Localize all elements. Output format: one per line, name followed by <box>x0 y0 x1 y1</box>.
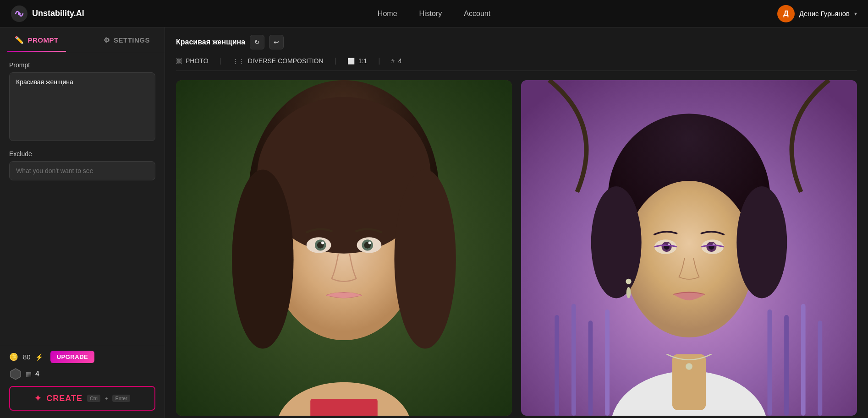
svg-point-13 <box>321 241 324 244</box>
undo-icon: ↩ <box>274 38 279 46</box>
credits-group: 🪙 80 ⚡ <box>9 353 43 361</box>
refresh-icon: ↻ <box>254 38 260 46</box>
chevron-down-icon[interactable]: ▾ <box>854 11 857 17</box>
svg-point-42 <box>626 279 631 284</box>
results-title: Красивая женщина <box>176 38 245 46</box>
svg-point-31 <box>625 181 753 337</box>
generated-image-2[interactable] <box>521 80 857 416</box>
sidebar: ✏️ PROMPT ⚙ SETTINGS Prompt Красивая жен… <box>0 27 165 418</box>
tab-prompt-label: PROMPT <box>28 36 59 44</box>
hash-icon: # <box>391 58 394 65</box>
svg-point-9 <box>394 169 456 348</box>
lightning-icon: ⚡ <box>35 353 43 361</box>
undo-button[interactable]: ↩ <box>269 35 284 49</box>
grid-icon: ▦ <box>26 370 32 378</box>
prompt-textarea[interactable]: Красивая женщина <box>9 72 155 141</box>
divider-1: | <box>220 57 221 65</box>
tab-settings-label: SETTINGS <box>114 36 150 44</box>
main-layout: ✏️ PROMPT ⚙ SETTINGS Prompt Красивая жен… <box>0 27 868 418</box>
main-content: Красивая женщина ↻ ↩ 🖼 PHOTO | ⋮⋮ DIVERS… <box>165 27 868 418</box>
shortcut-enter: Enter <box>112 395 130 402</box>
image-card[interactable] <box>176 80 512 416</box>
credits-amount: 80 <box>23 353 31 361</box>
logo-text: Unstability.AI <box>32 9 84 18</box>
filter-ratio-label: 1:1 <box>358 57 367 65</box>
image-card[interactable] <box>521 80 857 416</box>
count-value: 4 <box>35 370 39 378</box>
shortcut-ctrl: Ctrl <box>87 395 100 402</box>
sidebar-form: Prompt Красивая женщина Exclude <box>0 52 165 345</box>
svg-point-17 <box>368 241 371 244</box>
divider-3: | <box>378 57 380 65</box>
prompt-label: Prompt <box>9 61 155 69</box>
count-group: ▦ 4 <box>9 368 155 380</box>
svg-point-43 <box>626 287 631 298</box>
filter-count-label: 4 <box>398 57 402 65</box>
svg-rect-22 <box>588 320 593 416</box>
images-grid <box>176 80 857 416</box>
sidebar-tabs: ✏️ PROMPT ⚙ SETTINGS <box>0 27 165 52</box>
nav-account[interactable]: Account <box>464 10 490 18</box>
create-label: CREATE <box>46 394 82 403</box>
tab-prompt[interactable]: ✏️ PROMPT <box>7 27 66 52</box>
gear-icon: ⚙ <box>104 36 110 44</box>
svg-marker-2 <box>11 369 21 380</box>
svg-rect-18 <box>310 399 378 416</box>
svg-rect-24 <box>768 309 772 416</box>
svg-rect-27 <box>818 320 822 416</box>
svg-rect-21 <box>571 304 576 416</box>
exclude-label: Exclude <box>9 150 155 157</box>
tab-settings[interactable]: ⚙ SETTINGS <box>96 28 157 52</box>
header: Unstability.AI Home History Account Д Де… <box>0 0 868 27</box>
divider-2: | <box>335 57 336 65</box>
prompt-field: Prompt Красивая женщина <box>9 61 155 143</box>
svg-rect-29 <box>672 354 706 410</box>
svg-rect-20 <box>555 315 559 416</box>
user-name: Денис Гурьянов <box>799 10 850 17</box>
exclude-field: Exclude <box>9 150 155 180</box>
generated-image-1[interactable] <box>176 80 512 416</box>
sidebar-bottom: 🪙 80 ⚡ UPGRADE ▦ 4 <box>0 345 165 386</box>
svg-point-44 <box>686 363 692 370</box>
exclude-input[interactable] <box>9 161 155 180</box>
filter-mode-label: PHOTO <box>186 57 209 65</box>
shortcut-plus: + <box>105 396 108 401</box>
create-button[interactable]: ✦ CREATE Ctrl + Enter <box>9 386 155 411</box>
hexagon-icon <box>9 368 22 380</box>
upgrade-button[interactable]: UPGRADE <box>50 351 95 363</box>
photo-icon: 🖼 <box>176 58 182 65</box>
nav-history[interactable]: History <box>419 10 442 18</box>
svg-point-8 <box>232 169 293 348</box>
filter-composition-label: DIVERSE COMPOSITION <box>248 57 324 65</box>
svg-point-33 <box>736 186 787 298</box>
nav-home[interactable]: Home <box>378 10 397 18</box>
svg-rect-26 <box>801 304 806 416</box>
ratio-icon: ⬜ <box>347 58 355 65</box>
filter-mode[interactable]: 🖼 PHOTO <box>176 57 209 65</box>
sparkle-icon: ✦ <box>34 393 42 403</box>
filter-bar: 🖼 PHOTO | ⋮⋮ DIVERSE COMPOSITION | ⬜ 1:1… <box>176 57 857 71</box>
svg-point-1 <box>18 12 21 15</box>
credits-row: 🪙 80 ⚡ UPGRADE <box>9 351 155 363</box>
user-area: Д Денис Гурьянов ▾ <box>777 5 857 22</box>
composition-icon: ⋮⋮ <box>232 58 244 65</box>
nav: Home History Account <box>378 10 490 18</box>
coins-icon: 🪙 <box>9 353 18 361</box>
avatar[interactable]: Д <box>777 5 795 22</box>
filter-composition[interactable]: ⋮⋮ DIVERSE COMPOSITION <box>232 57 324 65</box>
logo-icon <box>11 5 27 22</box>
refresh-button[interactable]: ↻ <box>250 35 264 49</box>
svg-point-32 <box>591 186 642 298</box>
filter-count[interactable]: # 4 <box>391 57 401 65</box>
results-header: Красивая женщина ↻ ↩ <box>176 35 857 49</box>
svg-rect-25 <box>784 315 789 416</box>
svg-rect-23 <box>605 309 610 416</box>
brush-icon: ✏️ <box>15 36 24 44</box>
filter-ratio[interactable]: ⬜ 1:1 <box>347 57 367 65</box>
